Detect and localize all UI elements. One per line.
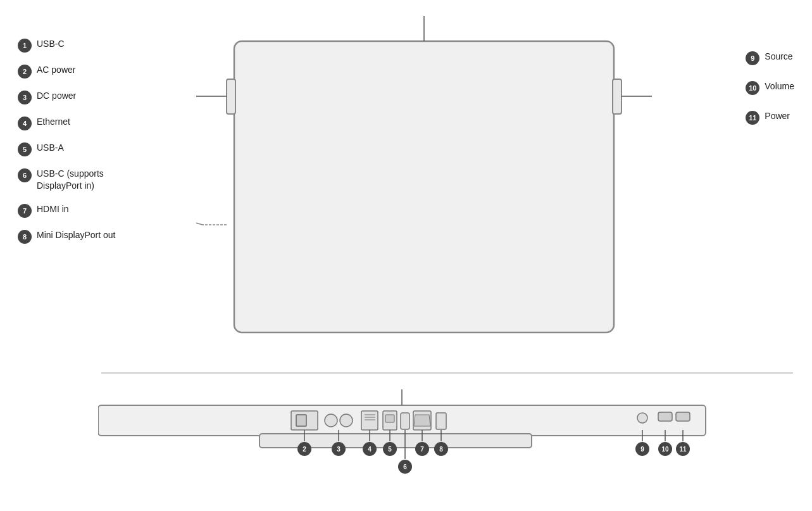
legend-item-10: 10 Volume xyxy=(746,80,794,95)
svg-text:5: 5 xyxy=(388,446,392,453)
legend-right: 9 Source 10 Volume 11 Power xyxy=(746,51,794,125)
label-4: Ethernet xyxy=(37,116,70,128)
label-5: USB-A xyxy=(37,142,64,154)
label-3: DC power xyxy=(37,90,76,102)
svg-rect-34 xyxy=(436,413,446,429)
label-6: USB-C (supports DisplayPort in) xyxy=(37,168,104,192)
section-divider xyxy=(101,372,793,374)
label-2: AC power xyxy=(37,64,75,76)
badge-2: 2 xyxy=(18,65,32,79)
legend-item-1: 1 USB-C xyxy=(18,38,116,53)
svg-text:8: 8 xyxy=(439,446,443,453)
legend-item-8: 8 Mini DisplayPort out xyxy=(18,229,116,244)
svg-text:7: 7 xyxy=(420,446,424,453)
svg-rect-22 xyxy=(296,415,306,426)
badge-7: 7 xyxy=(18,204,32,218)
badge-4: 4 xyxy=(18,117,32,130)
label-1: USB-C xyxy=(37,38,65,50)
badge-5: 5 xyxy=(18,142,32,156)
legend-item-4: 4 Ethernet xyxy=(18,116,116,130)
svg-rect-0 xyxy=(234,41,614,332)
badge-1: 1 xyxy=(18,39,32,53)
svg-text:4: 4 xyxy=(368,446,372,453)
badge-11: 11 xyxy=(746,111,759,125)
svg-rect-25 xyxy=(361,411,378,430)
svg-rect-1 xyxy=(227,79,235,114)
badge-10: 10 xyxy=(746,81,759,95)
label-10: Volume xyxy=(765,80,794,92)
svg-marker-33 xyxy=(414,415,430,426)
svg-rect-36 xyxy=(658,412,672,421)
svg-rect-37 xyxy=(676,412,690,421)
legend-item-9: 9 Source xyxy=(746,51,794,65)
svg-point-23 xyxy=(325,414,337,427)
device-bottom-diagram: 1 2 3 4 5 6 7 8 9 10 xyxy=(98,389,712,500)
badge-8: 8 xyxy=(18,230,32,244)
legend-item-7: 7 HDMI in xyxy=(18,203,116,218)
legend-left: 1 USB-C 2 AC power 3 DC power 4 Ethernet… xyxy=(18,38,116,244)
svg-rect-2 xyxy=(613,79,621,114)
device-top-diagram: 1 1 1 xyxy=(196,16,652,358)
legend-item-11: 11 Power xyxy=(746,110,794,125)
svg-point-24 xyxy=(340,414,353,427)
svg-point-35 xyxy=(637,413,647,423)
svg-text:3: 3 xyxy=(337,446,340,453)
svg-text:11: 11 xyxy=(679,446,687,453)
badge-6: 6 xyxy=(18,168,32,182)
legend-item-2: 2 AC power xyxy=(18,64,116,79)
label-7: HDMI in xyxy=(37,203,69,215)
badge-9: 9 xyxy=(746,51,759,65)
legend-item-6: 6 USB-C (supports DisplayPort in) xyxy=(18,168,116,192)
page: 1 USB-C 2 AC power 3 DC power 4 Ethernet… xyxy=(0,0,812,511)
badge-3: 3 xyxy=(18,91,32,104)
svg-text:6: 6 xyxy=(403,464,407,470)
svg-line-14 xyxy=(196,212,203,225)
svg-text:9: 9 xyxy=(640,446,644,453)
svg-text:10: 10 xyxy=(661,446,669,453)
legend-item-3: 3 DC power xyxy=(18,90,116,104)
svg-rect-31 xyxy=(401,413,409,429)
svg-rect-30 xyxy=(385,415,394,422)
label-8: Mini DisplayPort out xyxy=(37,229,116,241)
label-11: Power xyxy=(765,110,790,122)
label-9: Source xyxy=(765,51,792,63)
legend-item-5: 5 USB-A xyxy=(18,142,116,156)
svg-text:2: 2 xyxy=(303,446,306,453)
